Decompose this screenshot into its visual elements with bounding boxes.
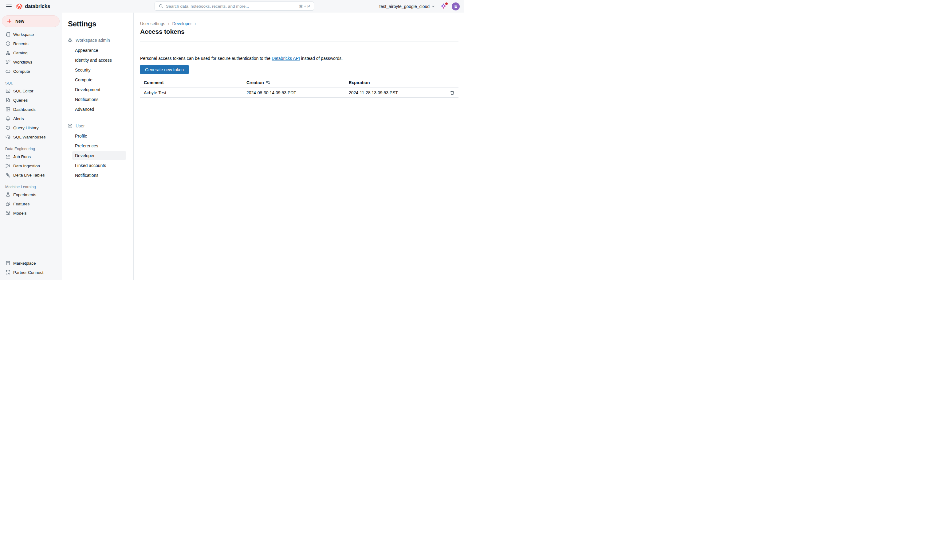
sidebar-footer: Marketplace Partner Connect — [0, 259, 62, 280]
sidebar-section-machine-learning: Machine Learning — [0, 185, 62, 189]
sidebar-item-marketplace[interactable]: Marketplace — [0, 259, 62, 268]
databricks-api-link[interactable]: Databricks API — [272, 56, 300, 61]
sidebar-item-data-ingestion[interactable]: Data Ingestion — [0, 161, 62, 170]
experiments-icon — [5, 192, 11, 198]
workspace-name: test_airbyte_google_cloud — [380, 4, 430, 9]
user-icon — [67, 123, 73, 129]
token-expiration: 2024-11-28 13:09:53 PST — [345, 90, 445, 95]
sidebar-item-partner-connect[interactable]: Partner Connect — [0, 268, 62, 277]
sidebar-item-query-history[interactable]: Query History — [0, 123, 62, 132]
sidebar-item-compute[interactable]: Compute — [0, 67, 62, 76]
compute-icon — [5, 68, 11, 74]
hamburger-menu-icon[interactable] — [4, 2, 14, 11]
sidebar-item-label: Dashboards — [13, 107, 36, 112]
user-avatar[interactable]: E — [452, 3, 460, 11]
main-content: User settings › Developer › Access token… — [134, 12, 464, 280]
workflows-icon — [5, 59, 11, 65]
marketplace-icon — [5, 260, 11, 266]
breadcrumb-user-settings[interactable]: User settings — [140, 21, 165, 26]
sidebar-item-label: Compute — [13, 69, 30, 74]
settings-group-label: Workspace admin — [76, 38, 110, 43]
sidebar-item-alerts[interactable]: Alerts — [0, 114, 62, 123]
sidebar-item-label: Delta Live Tables — [13, 173, 45, 178]
delete-token-button[interactable] — [449, 89, 455, 96]
column-header-comment[interactable]: Comment — [140, 80, 243, 85]
top-bar: databricks Search data, notebooks, recen… — [0, 0, 464, 12]
settings-item-developer[interactable]: Developer — [72, 151, 126, 160]
sidebar-item-label: Alerts — [13, 116, 24, 121]
notification-dot — [445, 3, 448, 5]
column-header-creation[interactable]: Creation — [243, 80, 345, 85]
sidebar-item-workspace[interactable]: Workspace — [0, 30, 62, 39]
sidebar-section-sql: SQL — [0, 81, 62, 85]
settings-item-security[interactable]: Security — [72, 65, 126, 75]
sidebar-item-models[interactable]: Models — [0, 208, 62, 218]
breadcrumb-developer[interactable]: Developer — [172, 21, 192, 26]
sidebar-item-label: Models — [13, 211, 27, 216]
sidebar-item-job-runs[interactable]: Job Runs — [0, 152, 62, 161]
settings-item-notifications-admin[interactable]: Notifications — [72, 94, 126, 104]
brand-wordmark: databricks — [25, 3, 50, 9]
sidebar-item-workflows[interactable]: Workflows — [0, 58, 62, 67]
token-creation: 2024-08-30 14:09:53 PDT — [243, 90, 345, 95]
workspace-selector[interactable]: test_airbyte_google_cloud — [380, 4, 435, 9]
new-button-label: New — [15, 19, 24, 24]
settings-group-workspace-admin: Workspace admin — [62, 36, 133, 45]
search-icon — [159, 4, 163, 9]
partner-connect-icon — [5, 269, 11, 275]
databricks-logo-icon — [16, 3, 23, 10]
sidebar-item-label: Workspace — [13, 32, 34, 37]
avatar-initial: E — [455, 4, 457, 9]
models-icon — [5, 210, 11, 216]
plus-icon — [7, 19, 12, 24]
sidebar-item-label: SQL Warehouses — [13, 135, 46, 139]
access-tokens-table: Comment Creation Expiration Airbyte Test… — [140, 78, 458, 97]
sidebar-item-features[interactable]: Features — [0, 199, 62, 208]
sidebar-item-delta-live-tables[interactable]: Delta Live Tables — [0, 170, 62, 180]
settings-item-development[interactable]: Development — [72, 85, 126, 94]
sidebar-item-sql-warehouses[interactable]: SQL Warehouses — [0, 132, 62, 142]
settings-item-advanced[interactable]: Advanced — [72, 104, 126, 114]
recents-icon — [5, 41, 11, 46]
catalog-icon — [5, 50, 11, 56]
settings-item-profile[interactable]: Profile — [72, 131, 126, 141]
column-header-expiration[interactable]: Expiration — [345, 80, 445, 85]
sidebar-item-dashboards[interactable]: Dashboards — [0, 105, 62, 114]
sidebar-item-queries[interactable]: Queries — [0, 96, 62, 105]
sidebar-item-label: Data Ingestion — [13, 164, 40, 168]
data-ingestion-icon — [5, 163, 11, 169]
settings-item-identity-and-access[interactable]: Identity and access — [72, 55, 126, 65]
description-before: Personal access tokens can be used for s… — [140, 56, 272, 61]
primary-sidebar: New Workspace Recents Catalog Workflows … — [0, 12, 62, 280]
alerts-icon — [5, 116, 11, 121]
sidebar-item-label: SQL Editor — [13, 89, 34, 93]
assistant-sparkle-button[interactable] — [440, 3, 447, 10]
settings-group-label: User — [76, 123, 85, 128]
databricks-logo[interactable]: databricks — [16, 3, 50, 10]
search-placeholder: Search data, notebooks, recents, and mor… — [166, 4, 296, 9]
job-runs-icon — [5, 154, 11, 159]
settings-nav-panel: Settings Workspace admin Appearance Iden… — [62, 12, 134, 280]
token-comment: Airbyte Test — [140, 90, 243, 95]
sidebar-item-label: Query History — [13, 126, 39, 130]
search-shortcut: ⌘ + P — [299, 4, 310, 9]
sidebar-item-catalog[interactable]: Catalog — [0, 48, 62, 58]
workspace-icon — [5, 32, 11, 37]
settings-item-notifications-user[interactable]: Notifications — [72, 170, 126, 180]
sidebar-item-sql-editor[interactable]: SQL Editor — [0, 86, 62, 96]
settings-group-user: User — [62, 121, 133, 131]
global-search-input[interactable]: Search data, notebooks, recents, and mor… — [154, 2, 314, 11]
sidebar-item-experiments[interactable]: Experiments — [0, 190, 62, 199]
generate-new-token-button[interactable]: Generate new token — [140, 65, 189, 74]
sidebar-item-label: Features — [13, 202, 29, 206]
sidebar-item-label: Experiments — [13, 193, 36, 197]
settings-item-compute[interactable]: Compute — [72, 75, 126, 84]
description-after: instead of passwords. — [300, 56, 343, 61]
settings-item-linked-accounts[interactable]: Linked accounts — [72, 161, 126, 170]
settings-item-appearance[interactable]: Appearance — [72, 46, 126, 55]
settings-item-preferences[interactable]: Preferences — [72, 141, 126, 151]
trash-icon — [450, 90, 455, 96]
sidebar-item-recents[interactable]: Recents — [0, 39, 62, 48]
new-button[interactable]: New — [2, 15, 60, 27]
queries-icon — [5, 97, 11, 103]
